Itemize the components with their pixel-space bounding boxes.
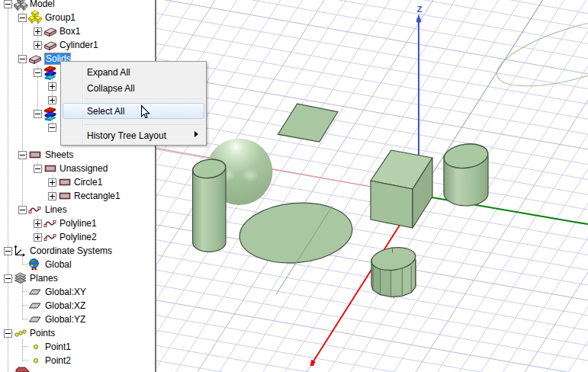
svg-text:Rectangle1: Rectangle1 [74, 191, 120, 201]
svg-text:Point1: Point1 [45, 342, 71, 352]
svg-text:Global: Global [45, 259, 72, 270]
svg-text:Point2: Point2 [45, 355, 71, 366]
svg-text:Box1: Box1 [59, 26, 81, 37]
svg-text:Model: Model [30, 0, 55, 9]
svg-text:Circle1: Circle1 [74, 177, 103, 188]
svg-text:Polyline1: Polyline1 [59, 218, 97, 229]
svg-text:Unassigned: Unassigned [59, 163, 108, 174]
svg-text:Lines: Lines [45, 204, 67, 215]
svg-text:Points: Points [30, 328, 55, 338]
svg-text:Global:XY: Global:XY [45, 287, 86, 297]
svg-text:Sheets: Sheets [45, 149, 73, 160]
svg-text:Z: Z [417, 5, 423, 14]
svg-text:Group1: Group1 [45, 12, 76, 23]
svg-text:Global:XZ: Global:XZ [45, 300, 85, 311]
svg-text:Global:YZ: Global:YZ [45, 314, 85, 325]
svg-text:Polyline2: Polyline2 [59, 232, 97, 242]
svg-text:Cylinder1: Cylinder1 [59, 40, 98, 50]
svg-text:Coordinate Systems: Coordinate Systems [30, 245, 112, 256]
svg-text:Planes: Planes [30, 273, 58, 284]
